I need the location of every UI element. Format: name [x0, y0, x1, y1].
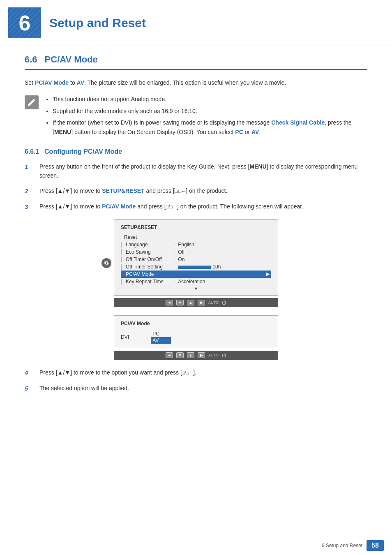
osd-btn2-enter: ▶	[198, 352, 205, 358]
osd-value-pc: PC	[151, 331, 171, 337]
osd-bottom-bar-1: ◄ ▼ ▲ ▶ AUTO ⏻	[114, 298, 278, 307]
chapter-number-box: 6	[8, 7, 41, 38]
osd-label-offtimer-setting: Off Timer Setting	[121, 264, 174, 270]
osd-value-eco: Off	[178, 249, 184, 255]
osd-value-language: English	[178, 242, 194, 247]
enter-icon-4: □/□←	[182, 370, 193, 375]
osd-sep-language: :	[174, 242, 175, 247]
osd-sep-offtimer-onoff: :	[174, 257, 175, 262]
subsection-heading: 6.6.1 Configuring PC/AV Mode	[25, 148, 367, 155]
osd-btn-enter: ▶	[198, 300, 205, 305]
osd-sub-sep-dvi: :	[145, 334, 147, 340]
osd-label-pcav: PC/AV Mode	[122, 271, 176, 277]
osd-btn-left: ◄	[166, 300, 173, 305]
osd-label-offtimer-onoff: Off Timer On/Off	[121, 257, 174, 262]
osd-btn-up: ▲	[187, 300, 194, 305]
osd-value-offtimer-onoff: On	[178, 257, 184, 262]
gear-icon	[101, 258, 111, 268]
step-num-3: 3	[25, 202, 37, 212]
page-title: Setup and Reset	[49, 16, 146, 30]
osd-btn-down: ▼	[176, 300, 184, 305]
intro-pcav-mode: PC/AV Mode	[35, 79, 69, 86]
page-footer: 6 Setup and Reset 58	[0, 536, 392, 555]
check-signal-link: Check Signal Cable	[271, 119, 325, 126]
chapter-number: 6	[19, 11, 31, 35]
osd-label-language: Language	[121, 242, 174, 247]
osd-title-2: PC/AV Mode	[121, 321, 271, 326]
gear-svg	[103, 260, 110, 266]
osd-btn-auto-label: AUTO	[208, 301, 219, 305]
osd-item-eco: Eco Saving : Off	[121, 248, 271, 256]
osd-dvi-options: PC AV	[151, 331, 171, 344]
section-number: 6.6	[25, 54, 37, 65]
osd-item-offtimer-setting: Off Timer Setting : 10h	[121, 263, 271, 271]
note-item-2: Supplied for the wide models only such a…	[53, 106, 367, 116]
osd-box-1: SETUP&RESET Reset Language : English Eco…	[114, 219, 278, 296]
osd-item-pcav: PC/AV Mode ▶	[121, 271, 271, 278]
step-text-2: Press [▲/▼] to move to SETUP&RESET and p…	[39, 186, 367, 195]
menu-key-step1: MENU	[249, 163, 266, 170]
setup-reset-link: SETUP&RESET	[102, 187, 144, 194]
step-3: 3 Press [▲/▼] to move to PC/AV Mode and …	[25, 202, 367, 212]
osd-btn2-power: ⏻	[222, 353, 226, 358]
step-text-3: Press [▲/▼] to move to PC/AV Mode and pr…	[39, 202, 367, 211]
note-item-3: If the monitor (when set to DVI) is in p…	[53, 118, 367, 136]
osd-screenshot-2: PC/AV Mode DVI : PC AV ◄ ▼ ▲ ▶ AUTO ⏻	[114, 315, 278, 360]
osd-value-av: AV	[151, 337, 171, 344]
subsection-title: Configuring PC/AV Mode	[44, 148, 122, 155]
step-4: 4 Press [▲/▼] to move to the option you …	[25, 368, 367, 378]
step-5: 5 The selected option will be applied.	[25, 384, 367, 393]
note-list: This function does not support Analog mo…	[44, 95, 367, 136]
osd-menu-list-1: Reset Language : English Eco Saving : Of…	[121, 234, 271, 292]
intro-paragraph: Set PC/AV Mode to AV. The picture size w…	[25, 78, 367, 87]
pencil-svg	[27, 98, 36, 107]
osd-value-keyrepeat: Acceleration	[178, 279, 205, 284]
step-1: 1 Press any button on the front of the p…	[25, 162, 367, 180]
osd-value-offtimer-setting: 10h	[178, 264, 221, 270]
note-icon	[25, 95, 39, 109]
step-num-2: 2	[25, 186, 37, 196]
osd-sep-offtimer-setting: :	[174, 264, 175, 270]
enter-icon-2: □/□←	[175, 189, 186, 194]
intro-av: AV	[77, 79, 84, 86]
steps-list: 1 Press any button on the front of the p…	[25, 162, 367, 212]
osd-sep-keyrepeat: :	[174, 279, 175, 284]
steps-list-2: 4 Press [▲/▼] to move to the option you …	[25, 368, 367, 393]
page-header: 6 Setup and Reset	[0, 0, 392, 46]
step-num-5: 5	[25, 384, 37, 393]
osd-timer-bar	[178, 266, 211, 269]
note-item-1: This function does not support Analog mo…	[53, 95, 367, 104]
subsection-number: 6.6.1	[25, 148, 39, 155]
osd-bottom-bar-2: ◄ ▼ ▲ ▶ AUTO ⏻	[114, 351, 278, 360]
footer-text: 6 Setup and Reset	[322, 543, 362, 548]
step-2: 2 Press [▲/▼] to move to SETUP&RESET and…	[25, 186, 367, 196]
osd-sub-label-dvi: DVI	[121, 334, 145, 340]
osd-item-more: ▼	[121, 285, 271, 292]
osd-item-keyrepeat: Key Repeat Time : Acceleration	[121, 278, 271, 285]
osd-btn2-up: ▲	[187, 352, 194, 358]
note-content: This function does not support Analog mo…	[44, 95, 367, 139]
osd-item-reset: Reset	[121, 234, 271, 241]
note-box: This function does not support Analog mo…	[25, 95, 367, 139]
osd-btn-power: ⏻	[222, 300, 226, 305]
osd-label-eco: Eco Saving	[121, 249, 174, 255]
osd-label-keyrepeat: Key Repeat Time	[121, 279, 174, 284]
osd-box-2: PC/AV Mode DVI : PC AV	[114, 315, 278, 348]
osd-label-reset: Reset	[121, 234, 174, 240]
osd-btn2-down: ▼	[176, 352, 184, 358]
section-title: PC/AV Mode	[45, 54, 98, 65]
enter-icon-3: □/□←	[166, 204, 177, 209]
osd-sep-eco: :	[174, 249, 175, 255]
footer-page-number: 58	[367, 540, 384, 551]
step-text-4: Press [▲/▼] to move to the option you wa…	[39, 368, 367, 377]
osd-sub-item-dvi: DVI : PC AV	[121, 330, 271, 345]
pcav-mode-link: PC/AV Mode	[102, 203, 136, 210]
osd-more-arrow: ▼	[194, 286, 198, 291]
osd-title-1: SETUP&RESET	[121, 224, 271, 230]
osd-highlight-pcav: PC/AV Mode ▶	[121, 271, 271, 278]
osd-screenshot-1: SETUP&RESET Reset Language : English Eco…	[114, 219, 278, 307]
step-num-1: 1	[25, 162, 37, 172]
step-text-1: Press any button on the front of the pro…	[39, 162, 367, 180]
av-option-note: AV	[251, 129, 259, 135]
osd-btn2-auto-label: AUTO	[208, 353, 219, 357]
